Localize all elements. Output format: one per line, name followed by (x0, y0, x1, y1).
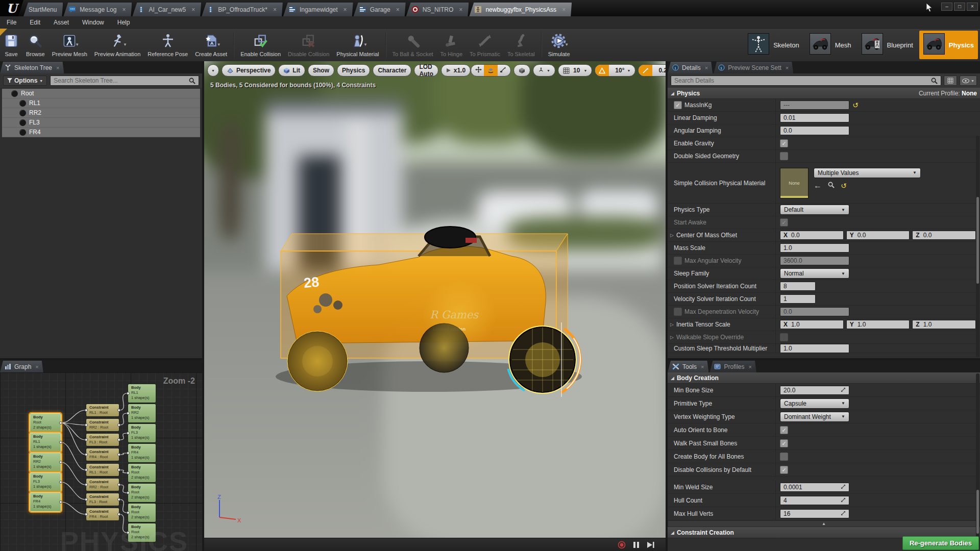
mode-skeleton-button[interactable]: Skeleton (744, 31, 803, 59)
doc-tab-newbuggyfbx-physicsass[interactable]: newbuggyfbx_PhysicsAss× (469, 3, 572, 16)
doc-tab-startmenu[interactable]: StartMenu (23, 3, 63, 16)
viewport-options-button[interactable]: ▼ (207, 64, 219, 77)
node-pin[interactable] (59, 461, 62, 464)
bone-row-rl1[interactable]: RL1 (2, 98, 200, 108)
bone-row-root[interactable]: Root (2, 89, 200, 98)
x-field[interactable]: X1.0 (780, 320, 844, 329)
doc-tab-ingamewidget[interactable]: Ingamewidget× (283, 3, 353, 16)
node-pin[interactable] (127, 392, 130, 395)
graph-node-body-rl1[interactable]: BodyRL11 shape(s) (30, 433, 61, 452)
preview-animation-button[interactable]: ▼Preview Animation (91, 32, 144, 58)
checkbox[interactable]: ✓ (780, 152, 788, 160)
mode-physics-button[interactable]: Physics (919, 31, 978, 59)
graph-node-constraint-rr2root[interactable]: ConstraintRR2 : Root (86, 478, 119, 491)
dropdown-caret-icon[interactable]: ▼ (363, 42, 368, 47)
value-slider-icon[interactable] (841, 484, 846, 491)
value-field[interactable]: 8 (780, 282, 816, 291)
preview-mesh-button[interactable]: ▼Preview Mesh (48, 32, 91, 58)
close-tab-icon[interactable]: × (705, 65, 708, 71)
minimize-button[interactable]: – (941, 3, 952, 11)
close-tab-icon[interactable]: × (56, 65, 59, 71)
node-pin[interactable] (59, 421, 62, 424)
node-pin[interactable] (117, 453, 120, 456)
grid-snap-button[interactable]: 10▼ (558, 64, 592, 77)
node-pin[interactable] (127, 491, 130, 494)
graph-node-body-rr2[interactable]: BodyRR21 shape(s) (30, 453, 61, 472)
node-pin[interactable] (85, 513, 88, 516)
expander-icon[interactable]: ▷ (670, 322, 674, 327)
node-pin[interactable] (117, 409, 120, 412)
snap-settings-button[interactable]: ▼ (533, 64, 555, 77)
bone-row-fl3[interactable]: FL3 (2, 118, 200, 128)
bone-row-rr2[interactable]: RR2 (2, 108, 200, 118)
value-field[interactable]: --- (780, 101, 849, 110)
node-pin[interactable] (127, 412, 130, 415)
dropdown-caret-icon[interactable]: ▼ (123, 42, 127, 47)
close-tab-icon[interactable]: × (191, 6, 195, 13)
node-pin[interactable] (59, 500, 62, 504)
details-search-input[interactable] (674, 77, 928, 84)
y-field[interactable]: Y1.0 (846, 320, 910, 329)
value-field[interactable]: 0.0 (780, 126, 849, 135)
node-pin[interactable] (117, 423, 120, 427)
value-slider-icon[interactable] (841, 497, 846, 504)
checkbox[interactable]: ✓ (674, 101, 682, 109)
graph-canvas[interactable]: BodyRoot2 shape(s)BodyRL11 shape(s)BodyR… (0, 372, 202, 551)
graph-node-body-fl3[interactable]: BodyFL31 shape(s) (30, 472, 61, 492)
tab-graph[interactable]: Graph × (0, 361, 43, 372)
dropdown-caret-icon[interactable]: ▼ (565, 42, 569, 47)
node-pin[interactable] (117, 438, 120, 441)
3d-viewport[interactable]: 28 R Games Limited edition 5 Bodies, 5 C… (204, 61, 666, 551)
graph-node-body-rl1[interactable]: BodyRL11 shape(s) (128, 384, 156, 403)
value-field[interactable]: 1.0 (780, 243, 849, 253)
playback-speed-button[interactable]: x1.0 (441, 64, 471, 77)
graph-node-body-fr4[interactable]: BodyFR41 shape(s) (128, 443, 156, 463)
skeleton-search-input[interactable] (54, 77, 186, 84)
physics-category-header[interactable]: ◢ Physics Current Profile: None (668, 88, 980, 99)
regenerate-bodies-button[interactable]: Re-generate Bodies (902, 536, 979, 550)
doc-tab-ai-car-new5[interactable]: AI_Car_new5× (132, 3, 201, 16)
dropdown[interactable]: Capsule▼ (780, 398, 849, 409)
character-menu-button[interactable]: Character (373, 64, 411, 77)
property-matrix-button[interactable] (944, 76, 957, 86)
y-field[interactable]: Y0.0 (846, 231, 910, 240)
lod-auto-button[interactable]: LOD Auto (414, 64, 438, 77)
close-tab-icon[interactable]: × (562, 6, 566, 13)
node-pin[interactable] (117, 513, 120, 516)
dropdown[interactable]: Default▼ (780, 205, 849, 215)
checkbox[interactable]: ✓ (674, 308, 682, 316)
physics-menu-button[interactable]: Physics (337, 64, 370, 77)
dropdown[interactable]: Normal▼ (780, 268, 849, 279)
checkbox[interactable]: ✓ (674, 257, 682, 265)
graph-node-body-rr2[interactable]: BodyRR21 shape(s) (128, 404, 156, 423)
node-pin[interactable] (85, 453, 88, 456)
perspective-button[interactable]: Perspective (222, 64, 276, 77)
record-button[interactable] (618, 541, 626, 549)
graph-node-constraint-fl3root[interactable]: ConstraintFL3 : Root (86, 433, 119, 446)
node-pin[interactable] (117, 468, 120, 471)
close-button[interactable]: × (967, 3, 978, 11)
close-tab-icon[interactable]: × (459, 6, 462, 13)
physical-material-button[interactable]: ▼Physical Material (333, 32, 382, 58)
reset-to-default-icon[interactable]: ↺ (852, 102, 859, 109)
node-pin[interactable] (85, 409, 88, 412)
details-scrollbar[interactable] (976, 136, 979, 357)
value-slider-icon[interactable] (841, 387, 846, 394)
enable-collision-button[interactable]: Enable Collision (237, 32, 284, 58)
dropdown-caret-icon[interactable]: ▼ (217, 42, 221, 47)
value-field[interactable]: 16 (780, 509, 849, 518)
tab-tools[interactable]: Tools × (668, 361, 708, 372)
rotation-snap-button[interactable]: 10°▼ (595, 64, 635, 77)
node-pin[interactable] (85, 438, 88, 441)
graph-node-constraint-fr4root[interactable]: ConstraintFR4 : Root (86, 508, 119, 521)
checkbox[interactable]: ✓ (780, 426, 788, 434)
value-field[interactable]: 4 (780, 496, 849, 505)
node-pin[interactable] (127, 432, 130, 435)
node-pin[interactable] (85, 498, 88, 501)
close-tab-icon[interactable]: × (35, 364, 38, 370)
graph-node-constraint-rl1root[interactable]: ConstraintRL1 : Root (86, 463, 119, 477)
checkbox[interactable]: ✓ (780, 453, 788, 461)
graph-node-body-root[interactable]: BodyRoot2 shape(s) (128, 483, 156, 503)
section-collapse-handle[interactable]: ▲ (668, 520, 980, 527)
z-field[interactable]: Z1.0 (912, 320, 976, 329)
